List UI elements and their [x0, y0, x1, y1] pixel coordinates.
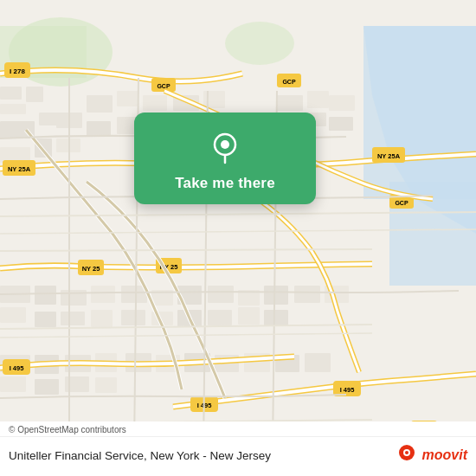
svg-rect-22: [203, 91, 225, 108]
svg-rect-52: [264, 310, 288, 325]
svg-point-98: [405, 451, 408, 454]
svg-rect-19: [143, 95, 167, 111]
svg-rect-58: [35, 379, 59, 395]
svg-rect-7: [0, 104, 26, 114]
svg-text:I 278: I 278: [10, 68, 25, 75]
svg-rect-50: [208, 310, 232, 325]
svg-rect-36: [35, 312, 56, 327]
svg-rect-33: [35, 286, 56, 305]
map-attribution: © OpenStreetMap contributors: [0, 421, 476, 436]
svg-rect-54: [0, 376, 26, 392]
moovit-label: moovit: [422, 447, 467, 463]
svg-rect-30: [329, 117, 353, 131]
svg-rect-38: [91, 310, 113, 327]
svg-text:NY 25A: NY 25A: [377, 152, 401, 160]
svg-text:GCP: GCP: [282, 79, 296, 85]
svg-rect-29: [329, 95, 355, 111]
take-me-there-button[interactable]: Take me there: [175, 175, 275, 192]
svg-rect-35: [91, 286, 115, 303]
svg-rect-60: [95, 377, 117, 393]
svg-point-5: [225, 22, 294, 65]
location-pin-icon: [206, 128, 244, 166]
moovit-pin-icon: [395, 443, 419, 467]
svg-text:I 495: I 495: [10, 364, 24, 372]
svg-text:GCP: GCP: [157, 83, 170, 89]
svg-text:NY 25: NY 25: [82, 265, 100, 273]
svg-text:I 495: I 495: [340, 386, 355, 394]
svg-rect-67: [305, 353, 331, 372]
location-bar: Uniteller Financial Service, New York - …: [0, 436, 476, 476]
svg-rect-48: [294, 286, 320, 303]
svg-rect-26: [307, 91, 329, 108]
svg-rect-17: [87, 121, 111, 137]
svg-rect-45: [208, 286, 234, 303]
svg-text:GCP: GCP: [395, 200, 408, 206]
map-container: I 278 NY 25A NY 25A NY 25A GCP GCP GCP N…: [0, 0, 476, 476]
svg-rect-37: [61, 312, 85, 325]
svg-rect-6: [0, 87, 22, 100]
svg-text:NY 25A: NY 25A: [8, 165, 31, 173]
svg-rect-15: [87, 95, 113, 113]
svg-rect-16: [117, 91, 138, 106]
map-roads: I 278 NY 25A NY 25A NY 25A GCP GCP GCP N…: [0, 0, 476, 476]
svg-rect-32: [0, 307, 26, 323]
moovit-logo: moovit: [395, 443, 467, 467]
svg-rect-18: [117, 117, 136, 134]
location-text: Uniteller Financial Service, New York - …: [9, 449, 388, 462]
svg-rect-47: [264, 286, 288, 305]
bottom-bar: © OpenStreetMap contributors Uniteller F…: [0, 421, 476, 476]
svg-rect-51: [238, 307, 260, 325]
action-card[interactable]: Take me there: [134, 113, 316, 204]
svg-rect-8: [26, 87, 43, 102]
svg-rect-42: [121, 310, 145, 325]
svg-rect-25: [277, 95, 303, 111]
svg-point-95: [221, 140, 229, 149]
